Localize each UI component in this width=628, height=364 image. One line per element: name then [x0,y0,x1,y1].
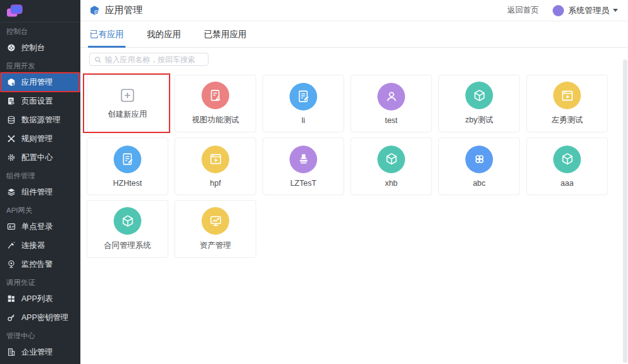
doc-warning-icon [202,82,229,109]
card-label: 资产管理 [200,240,231,251]
page-title: 应用管理 [105,4,143,16]
card-label: zby测试 [465,115,493,126]
sidebar-item-monitor-alert[interactable]: 监控告警 [0,255,80,274]
app-card[interactable]: aaa [526,137,608,195]
user-name[interactable]: 系统管理员 [568,5,609,16]
app-card[interactable]: 视图功能测试 [175,75,256,132]
cube-icon [465,82,493,109]
sidebar-section-app-dev: 应用开发 [0,57,80,73]
page-settings-icon [7,97,16,105]
search-icon [94,56,102,63]
sidebar-section-component: 组件管理 [0,167,80,183]
back-home-link[interactable]: 返回首页 [507,5,539,16]
connector-icon [7,241,16,250]
key-icon [7,313,16,322]
card-label: hpf [210,179,220,188]
browser-play-icon [553,82,581,109]
sidebar-item-connector[interactable]: 连接器 [0,236,80,255]
stamp-icon [290,146,317,173]
sidebar-item-enterprise-management[interactable]: 企业管理 [0,343,80,361]
sidebar-item-label: 页面设置 [21,96,53,107]
gear-icon [7,153,16,162]
card-label: 合同管理系统 [104,240,151,251]
app-card[interactable]: xhb [350,137,432,195]
search-input[interactable] [105,55,203,64]
stacked-squares-logo-icon [6,4,23,18]
app-card[interactable]: 合同管理系统 [87,200,168,258]
grid-icon [7,294,16,303]
app-card[interactable]: zby测试 [438,75,520,132]
card-label: aaa [561,179,574,188]
app-card[interactable]: LZTesT [263,137,344,195]
sidebar-item-config-center[interactable]: 配置中心 [0,148,80,167]
sidebar-item-app-list[interactable]: APP列表 [0,289,80,308]
sidebar-item-label: 连接器 [21,240,45,251]
app-card[interactable]: abc [438,137,520,195]
app-card[interactable]: li [263,75,344,132]
app-card-grid: 创建新应用 视图功能测试 li test [80,68,615,258]
user-icon [377,83,405,110]
database-icon [7,115,16,124]
cube-icon [114,207,141,235]
sidebar-item-label: 组件管理 [21,187,53,198]
card-label: li [301,116,305,125]
sidebar: 控制台 控制台 应用开发 应用管理 页面设置 数据源管理 规则管理 配 [0,0,80,364]
card-label: abc [473,179,485,188]
sidebar-item-label: 单点登录 [21,222,53,232]
sidebar-item-sso[interactable]: 单点登录 [0,217,80,236]
sidebar-item-label: APP列表 [21,294,53,304]
app-box-icon [89,5,100,16]
app-card[interactable]: HZHtest [87,137,168,195]
building-icon [7,348,16,356]
main-area: 应用管理 返回首页 系统管理员 已有应用 我的应用 已禁用应用 创建新应用 [80,0,628,364]
doc-edit-icon [114,146,141,173]
chevron-down-icon[interactable] [613,9,618,12]
tab-existing-apps[interactable]: 已有应用 [90,21,124,48]
card-label: LZTesT [290,179,317,188]
vertical-scrollbar[interactable] [623,60,627,363]
card-label: 视图功能测试 [192,115,239,126]
avatar[interactable] [553,5,564,16]
sidebar-item-app-key-management[interactable]: APP密钥管理 [0,308,80,327]
app-card[interactable]: 资产管理 [175,200,256,258]
dashboard-icon [7,43,16,52]
create-app-card[interactable]: 创建新应用 [87,75,168,132]
sidebar-item-component-management[interactable]: 组件管理 [0,183,80,201]
app-card[interactable]: 左勇测试 [526,75,608,132]
sidebar-item-label: 规则管理 [21,134,53,144]
app-card[interactable]: hpf [175,137,256,195]
sidebar-item-page-settings[interactable]: 页面设置 [0,92,80,110]
card-label: 创建新应用 [108,109,148,120]
sidebar-item-rule-management[interactable]: 规则管理 [0,129,80,148]
sidebar-item-label: 企业管理 [21,347,53,358]
sidebar-section-api-gateway: API网关 [0,201,80,217]
app-box-icon [7,78,16,87]
sidebar-section-admin-center: 管理中心 [0,327,80,343]
tab-disabled-apps[interactable]: 已禁用应用 [204,21,247,48]
sidebar-item-datasource-management[interactable]: 数据源管理 [0,110,80,129]
monitor-chart-icon [202,207,229,235]
sidebar-section-credentials: 调用凭证 [0,274,80,289]
sidebar-item-label: 数据源管理 [21,115,61,126]
sidebar-item-console[interactable]: 控制台 [0,38,80,57]
sidebar-item-label: 应用管理 [21,77,53,88]
sidebar-item-label: 控制台 [21,43,45,53]
card-label: xhb [385,179,398,188]
app-card[interactable]: test [350,75,432,132]
plus-icon [119,87,136,104]
search-row [80,48,628,68]
logo [0,0,80,23]
layers-icon [7,188,16,196]
app-grid-icon [465,146,493,173]
tab-my-apps[interactable]: 我的应用 [147,21,181,48]
sidebar-item-label: 监控告警 [21,259,53,270]
tab-bar: 已有应用 我的应用 已禁用应用 [80,21,628,48]
sidebar-item-label: 配置中心 [21,153,53,163]
sidebar-item-app-management[interactable]: 应用管理 [0,73,80,92]
search-box[interactable] [89,53,208,66]
card-label: HZHtest [113,179,142,188]
browser-play-icon [202,146,229,173]
cube-icon [377,146,405,173]
monitor-alert-icon [7,260,16,269]
sidebar-item-label: APP密钥管理 [21,313,68,323]
